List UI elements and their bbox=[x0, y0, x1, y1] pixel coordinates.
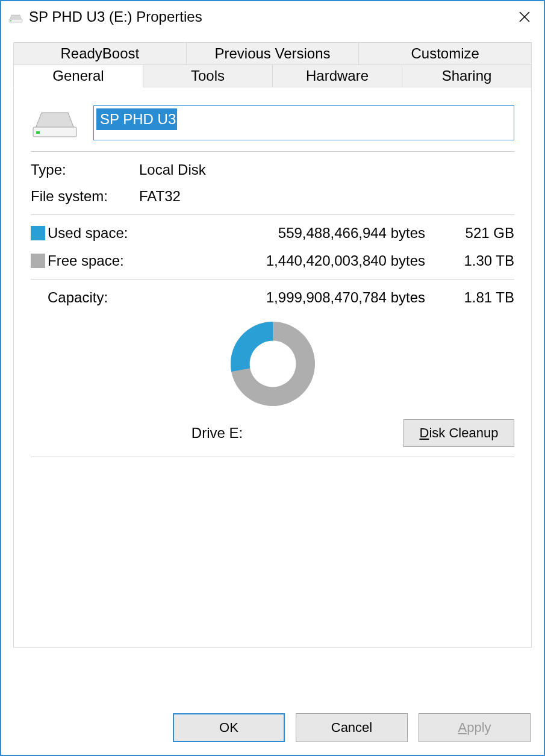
drive-small-icon bbox=[8, 11, 23, 22]
tab-sharing[interactable]: Sharing bbox=[402, 64, 532, 87]
properties-window: SP PHD U3 (E:) Properties ReadyBoost Pre… bbox=[0, 0, 545, 756]
separator bbox=[31, 457, 514, 457]
type-value: Local Disk bbox=[139, 161, 514, 178]
separator bbox=[31, 279, 514, 280]
tab-tools[interactable]: Tools bbox=[143, 64, 273, 87]
free-space-hr: 1.30 TB bbox=[430, 252, 514, 269]
usage-donut-chart bbox=[31, 316, 514, 416]
drive-name-value: SP PHD U3 bbox=[96, 108, 177, 130]
svg-rect-5 bbox=[36, 131, 40, 134]
tab-general[interactable]: General bbox=[13, 64, 143, 87]
cancel-button[interactable]: Cancel bbox=[296, 713, 408, 742]
svg-point-2 bbox=[10, 20, 11, 22]
tab-previous-versions[interactable]: Previous Versions bbox=[187, 42, 360, 64]
separator bbox=[31, 151, 514, 152]
tab-readyboost[interactable]: ReadyBoost bbox=[13, 42, 187, 64]
general-panel: SP PHD U3 Type: Local Disk File system: … bbox=[13, 87, 532, 648]
separator bbox=[31, 214, 514, 215]
used-space-label: Used space: bbox=[48, 225, 156, 242]
ok-button[interactable]: OK bbox=[173, 713, 285, 742]
tabs-container: ReadyBoost Previous Versions Customize G… bbox=[1, 33, 544, 648]
disk-cleanup-button[interactable]: Disk Cleanup bbox=[403, 419, 514, 447]
svg-marker-3 bbox=[36, 113, 74, 128]
fs-label: File system: bbox=[31, 188, 139, 205]
drive-icon bbox=[31, 107, 79, 140]
free-space-bytes: 1,440,420,003,840 bytes bbox=[156, 252, 430, 269]
dialog-buttons: OK Cancel Apply bbox=[1, 701, 544, 755]
drive-label: Drive E: bbox=[31, 425, 403, 442]
apply-button[interactable]: Apply bbox=[419, 713, 531, 742]
free-space-label: Free space: bbox=[48, 252, 156, 269]
used-color-swatch bbox=[31, 226, 45, 240]
used-space-hr: 521 GB bbox=[430, 225, 514, 242]
capacity-bytes: 1,999,908,470,784 bytes bbox=[156, 289, 430, 306]
drive-name-input[interactable]: SP PHD U3 bbox=[93, 105, 514, 140]
tab-hardware[interactable]: Hardware bbox=[273, 64, 402, 87]
capacity-label: Capacity: bbox=[48, 289, 156, 306]
titlebar: SP PHD U3 (E:) Properties bbox=[1, 1, 544, 33]
tab-customize[interactable]: Customize bbox=[359, 42, 532, 64]
free-color-swatch bbox=[31, 254, 45, 268]
capacity-hr: 1.81 TB bbox=[430, 289, 514, 306]
close-icon[interactable] bbox=[512, 5, 537, 29]
fs-value: FAT32 bbox=[139, 188, 514, 205]
used-space-bytes: 559,488,466,944 bytes bbox=[156, 225, 430, 242]
window-title: SP PHD U3 (E:) Properties bbox=[29, 8, 512, 25]
type-label: Type: bbox=[31, 161, 139, 178]
